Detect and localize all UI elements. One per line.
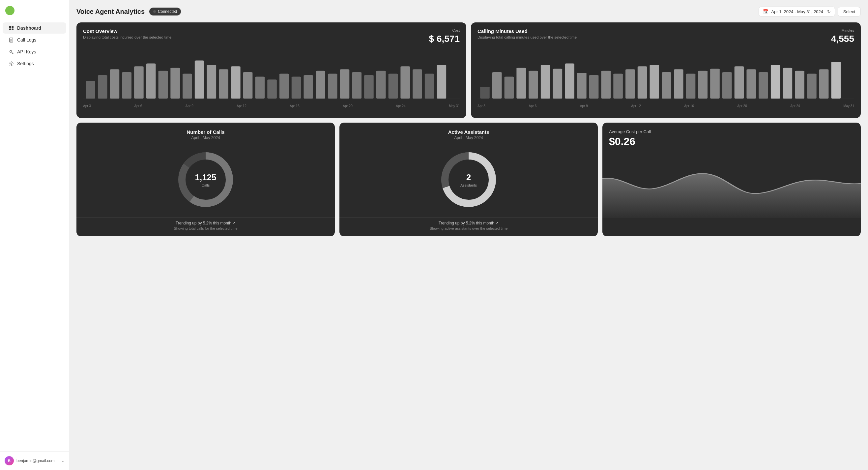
cost-value: $ 6,571 [429,34,460,44]
file-icon [8,37,14,42]
svg-rect-49 [553,68,562,98]
svg-rect-72 [831,62,841,98]
svg-rect-16 [134,66,144,98]
svg-rect-37 [389,74,398,99]
svg-rect-17 [146,63,156,98]
calls-unit: Calls [195,183,216,187]
x-label: Apr 24 [396,104,405,108]
sidebar-item-call-logs[interactable]: Call Logs [3,34,66,45]
calls-trending: Trending up by 5.2% this month ↗ [83,221,328,225]
svg-rect-27 [267,80,277,98]
x-label: Apr 9 [580,104,588,108]
avg-cost-value: $0.26 [602,135,861,152]
svg-rect-21 [195,61,204,99]
svg-rect-0 [9,26,11,28]
svg-rect-28 [279,74,289,99]
sidebar-item-label: API Keys [17,49,36,54]
status-dot [153,10,156,13]
assistants-subtitle: April - May 2024 [346,135,591,140]
svg-rect-64 [735,66,744,98]
minutes-value: 4,555 [831,34,854,44]
svg-point-11 [10,63,12,64]
svg-rect-25 [243,72,253,98]
svg-rect-34 [352,72,362,98]
svg-rect-53 [601,71,611,98]
x-label: Apr 12 [631,104,641,108]
calls-title: Number of Calls [83,129,328,135]
svg-rect-48 [541,65,550,98]
key-icon [8,49,14,54]
svg-rect-46 [516,68,526,98]
svg-rect-67 [771,65,780,98]
bottom-charts-row: Number of Calls April - May 2024 1,125 C… [76,123,861,236]
assistants-footer: Trending up by 5.2% this month ↗ Showing… [339,217,598,236]
svg-rect-1 [11,26,13,28]
logo-circle [5,6,14,15]
svg-rect-65 [746,69,756,98]
cost-chart-labels: Apr 3 Apr 6 Apr 9 Apr 12 Apr 16 Apr 20 A… [83,103,460,108]
calls-footer: Trending up by 5.2% this month ↗ Showing… [76,217,335,236]
sidebar-item-settings[interactable]: Settings [3,58,66,69]
active-assistants-card: Active Assistants April - May 2024 2 Ass… [339,123,598,236]
calls-donut-center: 1,125 Calls [195,173,216,187]
x-label: Apr 3 [83,104,91,108]
calendar-icon: 📅 [763,9,769,14]
svg-rect-30 [304,75,313,98]
x-label: Apr 12 [237,104,246,108]
x-label: Apr 16 [684,104,694,108]
gear-icon [8,61,14,66]
number-of-calls-card: Number of Calls April - May 2024 1,125 C… [76,123,335,236]
calling-minutes-info: Calling Minutes Used Displaying total ca… [477,28,577,39]
x-label: May 31 [449,104,460,108]
assistants-trending: Trending up by 5.2% this month ↗ [346,221,591,225]
svg-rect-2 [9,28,11,30]
calling-minutes-subtitle: Displaying total calling minutes used ov… [477,35,577,39]
minutes-chart-area: Apr 3 Apr 6 Apr 9 Apr 12 Apr 16 Apr 20 A… [471,49,861,118]
sidebar-item-api-keys[interactable]: API Keys [3,46,66,57]
calls-trending-sub: Showing total calls for the selected tim… [83,226,328,230]
cost-overview-card: Cost Overview Displaying total costs inc… [76,23,466,118]
assistants-value: 2 [460,173,477,183]
svg-rect-39 [412,69,422,98]
svg-rect-68 [783,68,793,98]
assistants-header: Active Assistants April - May 2024 [339,123,598,144]
svg-rect-33 [340,69,350,98]
assistants-donut-center: 2 Assistants [460,173,477,187]
user-profile[interactable]: B benjamin@gmail.com ⌄ [0,451,69,470]
svg-rect-19 [170,68,180,98]
svg-rect-56 [638,66,647,98]
svg-rect-32 [328,74,337,99]
svg-rect-57 [650,65,659,98]
svg-rect-52 [589,75,599,98]
date-range-label: Apr 1, 2024 - May 31, 2024 [771,9,823,14]
x-label: May 31 [843,104,854,108]
main-content: Voice Agent Analytics Connected 📅 Apr 1,… [69,0,868,470]
sidebar-nav: Dashboard Call Logs API Key [0,19,69,451]
svg-rect-3 [11,28,13,30]
refresh-icon: ↻ [827,9,831,14]
x-label: Apr 20 [737,104,747,108]
date-range-picker[interactable]: 📅 Apr 1, 2024 - May 31, 2024 ↻ [758,7,835,17]
svg-rect-51 [577,73,587,98]
sidebar-item-dashboard[interactable]: Dashboard [3,23,66,34]
svg-rect-58 [662,72,671,98]
svg-rect-26 [255,76,265,98]
grid-icon [8,25,14,31]
svg-rect-55 [625,69,635,98]
svg-rect-12 [86,81,95,98]
select-button[interactable]: Select [838,7,861,17]
svg-rect-61 [698,71,708,98]
avg-cost-chart [602,152,861,218]
svg-rect-13 [98,75,107,98]
svg-rect-31 [316,71,325,98]
x-label: Apr 6 [529,104,536,108]
calling-minutes-header: Calling Minutes Used Displaying total ca… [471,23,861,49]
svg-rect-54 [613,74,623,99]
sidebar-item-label: Call Logs [17,37,36,42]
user-email: benjamin@gmail.com [17,459,55,463]
x-label: Apr 16 [290,104,299,108]
svg-rect-45 [504,76,514,98]
svg-rect-18 [158,71,168,98]
svg-rect-14 [110,69,120,98]
svg-rect-66 [758,72,768,98]
